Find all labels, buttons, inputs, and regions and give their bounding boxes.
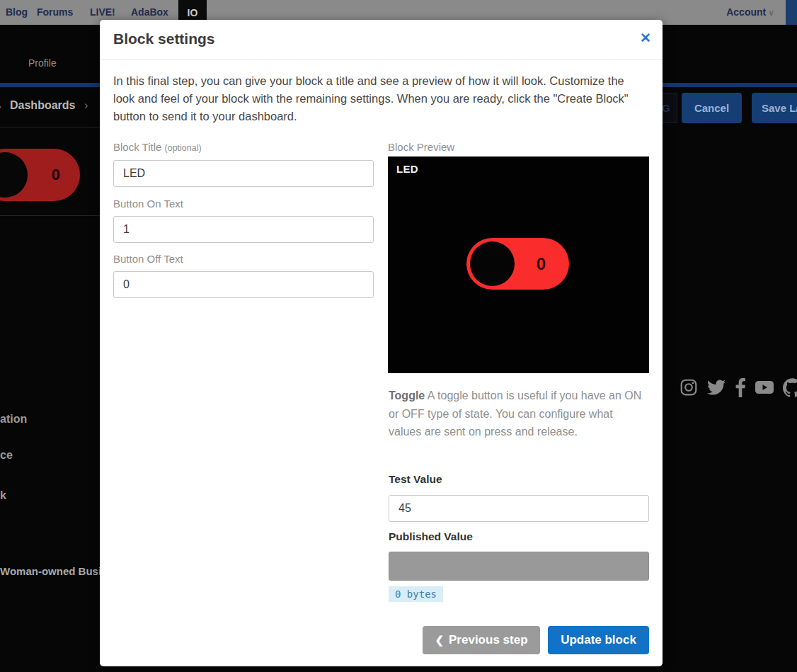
save-layout-button[interactable]: Save La <box>752 93 797 123</box>
footer-link-fragment[interactable]: k <box>0 489 6 502</box>
nav-link-forums[interactable]: Forums <box>37 6 73 18</box>
button-on-input[interactable] <box>113 216 374 243</box>
chevron-down-icon: ∨ <box>768 8 774 18</box>
toggle-value: 0 <box>537 238 546 290</box>
button-off-label: Button Off Text <box>113 253 183 265</box>
toggle-knob <box>470 241 515 286</box>
twitter-icon[interactable] <box>706 378 726 397</box>
breadcrumb-dashboards[interactable]: Dashboards <box>10 99 75 112</box>
nav-link-live[interactable]: LIVE! <box>90 6 115 18</box>
close-icon[interactable]: ✕ <box>640 30 651 46</box>
test-value-input[interactable] <box>389 495 649 522</box>
dashboard-toggle-block[interactable]: 0 <box>0 149 80 201</box>
published-value-input <box>389 552 649 581</box>
divider <box>0 215 100 216</box>
label-optional: (optional) <box>165 143 202 153</box>
button-off-input[interactable] <box>113 271 374 298</box>
cart-button[interactable] <box>786 0 797 25</box>
previous-step-button[interactable]: ❮ Previous step <box>423 626 540 654</box>
footer-link-fragment[interactable]: ation <box>0 413 27 426</box>
button-on-label: Button On Text <box>113 198 183 210</box>
block-preview-label: Block Preview <box>388 141 454 153</box>
screen: Blog Forums LIVE! AdaBox IO Account∨ Pro… <box>0 0 797 672</box>
footer-link-fragment[interactable]: ce <box>0 449 13 462</box>
social-icons-row <box>680 377 797 398</box>
block-title-label: Block Title (optional) <box>113 141 202 153</box>
account-label: Account <box>726 6 766 18</box>
test-value-label: Test Value <box>389 473 442 486</box>
block-preview: LED 0 <box>388 156 649 373</box>
previous-step-label: Previous step <box>449 633 528 647</box>
chevron-right-icon: › <box>84 99 88 112</box>
label-text: Block Title <box>113 141 161 153</box>
breadcrumb-fragment: › <box>0 100 1 112</box>
instagram-icon[interactable] <box>680 378 698 397</box>
divider <box>0 127 100 127</box>
toggle-knob <box>0 152 28 198</box>
block-settings-modal: Block settings ✕ In this final step, you… <box>100 20 663 666</box>
youtube-icon[interactable] <box>755 380 774 395</box>
cancel-button[interactable]: Cancel <box>682 93 742 123</box>
block-type-name: Toggle <box>389 389 425 402</box>
nav-link-blog[interactable]: Blog <box>6 6 28 18</box>
block-type-text: A toggle button is useful if you have an… <box>389 389 641 438</box>
nav-link-adabox[interactable]: AdaBox <box>131 6 168 18</box>
block-title-input[interactable] <box>113 160 374 187</box>
modal-title: Block settings <box>113 30 215 47</box>
block-type-description: Toggle A toggle button is useful if you … <box>389 387 646 441</box>
modal-intro-text: In this final step, you can give your bl… <box>113 72 648 125</box>
bytes-count-badge: 0 bytes <box>389 586 443 602</box>
facebook-icon[interactable] <box>735 377 746 397</box>
github-icon[interactable] <box>783 378 797 397</box>
published-value-label: Published Value <box>389 530 473 543</box>
preview-block-title: LED <box>396 163 418 175</box>
toggle-value: 0 <box>52 149 60 201</box>
account-menu[interactable]: Account∨ <box>726 6 774 18</box>
divider <box>100 59 663 60</box>
footer-badge-fragment: Woman-owned Busi <box>0 565 101 577</box>
preview-toggle-button[interactable]: 0 <box>466 238 569 290</box>
update-block-button[interactable]: Update block <box>548 626 649 654</box>
tab-profile[interactable]: Profile <box>28 57 57 69</box>
chevron-left-icon: ❮ <box>435 634 444 647</box>
